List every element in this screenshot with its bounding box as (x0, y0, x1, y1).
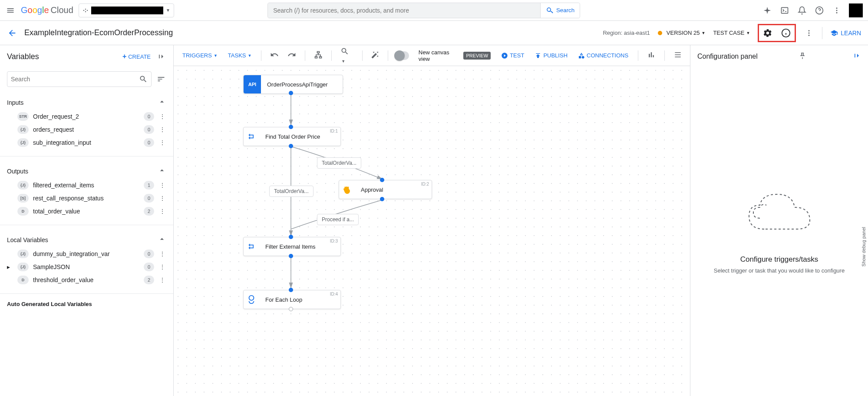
pin-icon[interactable] (799, 52, 806, 61)
row-menu-icon[interactable]: ⋮ (158, 113, 166, 120)
variable-name: orders_request (33, 126, 139, 133)
test-button[interactable]: TEST (498, 52, 528, 59)
svg-point-3 (87, 10, 88, 10)
search-icon (139, 75, 148, 83)
create-variable-button[interactable]: + CREATE (122, 53, 151, 60)
svg-point-14 (809, 34, 810, 36)
inputs-section-header[interactable]: Inputs (7, 95, 166, 110)
variable-row[interactable]: D threshold_order_value 2 ⋮ (7, 273, 166, 286)
canvas[interactable]: API OrderProcessApiTrigger ID:1 Find Tot… (174, 66, 690, 396)
info-icon[interactable] (781, 28, 791, 38)
debug-panel-tab[interactable]: Show debug panel (859, 225, 868, 268)
edge-label[interactable]: TotalOrderVa... (269, 186, 314, 197)
undo-icon[interactable] (267, 50, 281, 60)
usage-count: 0 (144, 263, 154, 271)
row-menu-icon[interactable]: ⋮ (158, 195, 166, 202)
search-button[interactable]: Search (540, 3, 580, 18)
zoom-icon[interactable]: ▼ (338, 47, 356, 64)
search-input[interactable] (268, 3, 540, 18)
data-mapping-icon (244, 242, 259, 251)
expand-caret-icon[interactable]: ▸ (7, 263, 13, 270)
empty-state-subtitle: Select trigger or task that you would li… (714, 267, 845, 274)
canvas-view-toggle[interactable] (394, 51, 409, 60)
highlighted-actions (758, 24, 796, 42)
redo-icon[interactable] (285, 50, 299, 60)
row-menu-icon[interactable]: ⋮ (158, 208, 166, 215)
cloud-shell-icon[interactable] (779, 5, 790, 16)
avatar[interactable] (849, 3, 863, 17)
node-label: Filter External Items (259, 243, 322, 250)
back-arrow-icon[interactable] (7, 28, 17, 38)
outputs-section-header[interactable]: Outputs (7, 163, 166, 179)
expand-panel-icon[interactable] (852, 51, 861, 61)
svg-point-13 (809, 32, 810, 33)
logs-icon[interactable] (671, 50, 685, 60)
type-badge: STR (17, 112, 29, 121)
collapse-sidebar-icon[interactable] (156, 51, 166, 62)
variable-row[interactable]: ▸ {J} SampleJSON 0 ⋮ (7, 260, 166, 273)
local-vars-section-header[interactable]: Local Variables (7, 232, 166, 247)
more-actions-icon[interactable] (804, 28, 814, 38)
chevron-up-icon (158, 235, 166, 245)
svg-rect-4 (782, 7, 788, 13)
sidebar-title: Variables (7, 52, 39, 61)
node-label: For Each Loop (259, 296, 308, 303)
variable-row[interactable]: [S] rest_call_response_status 0 ⋮ (7, 192, 166, 205)
region-label: Region: asia-east1 (603, 30, 650, 36)
variable-name: threshold_order_value (33, 276, 139, 283)
variable-row[interactable]: D total_order_value 2 ⋮ (7, 205, 166, 218)
variable-row[interactable]: {J} orders_request 0 ⋮ (7, 123, 166, 136)
variable-row[interactable]: {J} filtered_external_items 1 ⋮ (7, 179, 166, 192)
learn-button[interactable]: LEARN (830, 29, 861, 37)
connections-button[interactable]: CONNECTIONS (574, 52, 632, 59)
usage-count: 0 (144, 112, 154, 121)
project-selector[interactable]: ▼ (79, 3, 174, 17)
project-name-redacted (91, 7, 163, 14)
variable-search-input[interactable] (11, 76, 139, 83)
type-badge: D (17, 276, 29, 284)
settings-gear-icon[interactable] (762, 28, 773, 38)
edge-label[interactable]: TotalOrderVa... (317, 157, 361, 169)
analytics-icon[interactable] (644, 50, 658, 60)
config-panel: Configuration panel Configure triggers/t… (690, 45, 868, 396)
auto-layout-icon[interactable] (311, 50, 325, 60)
usage-count: 0 (144, 250, 154, 258)
integration-title: ExampleIntegration-EcomOrderProcessing (24, 28, 173, 37)
help-icon[interactable] (814, 5, 825, 16)
row-menu-icon[interactable]: ⋮ (158, 182, 166, 189)
hamburger-menu-icon[interactable] (5, 5, 16, 16)
publish-button[interactable]: PUBLISH (531, 52, 571, 59)
gemini-icon[interactable] (762, 5, 772, 16)
task-node-4[interactable]: ID:4 For Each Loop (243, 290, 341, 309)
usage-count: 1 (144, 181, 154, 190)
variable-search[interactable] (7, 71, 152, 87)
variable-row[interactable]: STR Order_request_2 0 ⋮ (7, 110, 166, 123)
tasks-dropdown[interactable]: TASKS▼ (224, 52, 255, 59)
triggers-dropdown[interactable]: TRIGGERS▼ (179, 52, 221, 59)
api-badge: API (244, 75, 261, 93)
variable-row[interactable]: {J} sub_integration_input 0 ⋮ (7, 136, 166, 149)
edge-label[interactable]: Proceed if a... (317, 214, 359, 225)
filter-icon[interactable] (156, 74, 166, 84)
task-node-3[interactable]: ID:3 Filter External Items (243, 237, 341, 256)
task-node-1[interactable]: ID:1 Find Total Order Price (243, 127, 341, 146)
canvas-toolbar: TRIGGERS▼ TASKS▼ ▼ New canvas view PREVI… (174, 45, 690, 66)
variable-row[interactable]: {J} dummy_sub_integration_var 0 ⋮ (7, 247, 166, 260)
auto-gen-section-header[interactable]: Auto Generated Local Variables (0, 296, 173, 307)
trigger-node[interactable]: API OrderProcessApiTrigger (243, 75, 343, 94)
row-menu-icon[interactable]: ⋮ (158, 276, 166, 283)
task-node-2[interactable]: ID:2 Approval (339, 180, 432, 199)
usage-count: 0 (144, 194, 154, 203)
row-menu-icon[interactable]: ⋮ (158, 126, 166, 133)
row-menu-icon[interactable]: ⋮ (158, 139, 166, 146)
notifications-icon[interactable] (797, 5, 807, 16)
row-menu-icon[interactable]: ⋮ (158, 263, 166, 270)
row-menu-icon[interactable]: ⋮ (158, 250, 166, 257)
version-dropdown[interactable]: VERSION 25 ▼ (658, 30, 706, 36)
more-vert-icon[interactable] (832, 5, 842, 16)
magic-wand-icon[interactable] (369, 51, 382, 60)
type-badge: {J} (17, 181, 29, 190)
type-badge: {J} (17, 138, 29, 147)
google-cloud-logo[interactable]: Google Cloud (21, 5, 73, 15)
test-case-dropdown[interactable]: TEST CASE ▼ (713, 30, 750, 36)
